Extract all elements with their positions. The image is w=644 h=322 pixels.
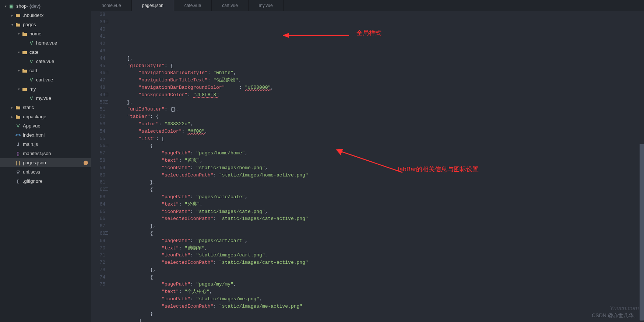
- tab-my-vue[interactable]: my.vue: [249, 0, 284, 11]
- fold-icon[interactable]: −: [105, 100, 108, 104]
- folder-icon: [15, 13, 21, 18]
- tree-item-home[interactable]: ▾home: [0, 29, 91, 38]
- tree-item-label: cart: [29, 68, 38, 73]
- line-number: 38: [91, 11, 105, 18]
- tab-cate-vue[interactable]: cate.vue: [174, 0, 212, 11]
- folder-icon: [15, 105, 21, 110]
- tree-item-manifest-json[interactable]: {}manifest.json: [0, 149, 91, 158]
- code-line[interactable]: "tabBar": {: [116, 113, 640, 120]
- code-line[interactable]: "color": "#38322c",: [116, 120, 640, 128]
- folder-icon: [21, 69, 28, 73]
- code-line[interactable]: "selectedIconPath": "static/images/cart-…: [116, 259, 640, 266]
- code-line[interactable]: "uniIdRouter": {},: [116, 106, 640, 113]
- code-line[interactable]: }: [116, 310, 640, 318]
- code-line[interactable]: "navigationBarTextStyle": "white",: [116, 69, 640, 77]
- main-area: home.vuepages.jsoncate.vuecart.vuemy.vue…: [91, 0, 644, 322]
- code-line[interactable]: "pagePath": "pages/my/my",: [116, 281, 640, 288]
- tree-item-my[interactable]: ▾my: [0, 84, 91, 94]
- tree-item--hbuilderx[interactable]: ▸.hbuilderx: [0, 11, 91, 20]
- code-line[interactable]: ]: [116, 317, 640, 322]
- line-number: 52: [91, 113, 105, 120]
- code-line[interactable]: "navigationBarTitleText": "优品购物",: [116, 77, 640, 84]
- code-line[interactable]: "iconPath": "static/images/cart.png",: [116, 252, 640, 259]
- fold-icon[interactable]: −: [105, 71, 108, 74]
- line-number: 57: [91, 150, 105, 157]
- code-line[interactable]: },: [116, 223, 640, 230]
- html-icon: <>: [15, 132, 21, 138]
- app-root: ▾▣shop - {dev}▸.hbuilderx▾pages▾homeVhom…: [0, 0, 644, 322]
- line-number: 50−: [91, 99, 105, 106]
- tree-item-cart[interactable]: ▾cart: [0, 66, 91, 75]
- line-number: 66: [91, 215, 105, 223]
- code-line[interactable]: },: [116, 99, 640, 106]
- code-line[interactable]: "selectedIconPath": "static/images/me-ac…: [116, 303, 640, 310]
- code-line[interactable]: },: [116, 266, 640, 274]
- annotation-label-1: 全局样式: [356, 29, 381, 37]
- tree-item-home-vue[interactable]: Vhome.vue: [0, 38, 91, 48]
- code-line[interactable]: "globalStyle": {: [116, 62, 640, 70]
- code-line[interactable]: "iconPath": "static/images/cate.png",: [116, 208, 640, 216]
- code-area[interactable]: 全局样式 tabBar的相关信息与图标设置 ], "globalStyle": …: [110, 11, 640, 322]
- tree-item-label: pages.json: [23, 160, 46, 165]
- tree-item-label: App.vue: [23, 123, 41, 129]
- line-number: 60: [91, 172, 105, 179]
- tree-item--gitignore[interactable]: ▯.gitignore: [0, 176, 91, 186]
- tab-pages-json[interactable]: pages.json: [132, 0, 174, 11]
- code-line[interactable]: },: [116, 179, 640, 186]
- tree-item-pages[interactable]: ▾pages: [0, 20, 91, 29]
- tree-item-cate[interactable]: ▾cate: [0, 48, 91, 57]
- line-number: 74: [91, 274, 105, 281]
- tree-item-label: my.vue: [36, 95, 51, 101]
- code-line[interactable]: ],: [116, 55, 640, 62]
- tree-item-unpackage[interactable]: ▸unpackage: [0, 112, 91, 121]
- file-explorer: ▾▣shop - {dev}▸.hbuilderx▾pages▾homeVhom…: [0, 0, 91, 322]
- fold-icon[interactable]: −: [105, 144, 108, 147]
- code-line[interactable]: "pagePath": "pages/cate/cate",: [116, 193, 640, 201]
- tree-item-index-html[interactable]: <>index.html: [0, 130, 91, 140]
- js-icon: J: [15, 141, 21, 147]
- line-number: 63: [91, 193, 105, 201]
- code-line[interactable]: "iconPath": "static/images/me.png",: [116, 295, 640, 303]
- project-root[interactable]: ▾▣shop - {dev}: [0, 1, 91, 11]
- code-line[interactable]: "pagePath": "pages/cart/cart",: [116, 237, 640, 245]
- code-line[interactable]: "text": "个人中心",: [116, 288, 640, 295]
- tree-item-cart-vue[interactable]: Vcart.vue: [0, 75, 91, 84]
- code-line[interactable]: {: [116, 186, 640, 193]
- tree-item-my-vue[interactable]: Vmy.vue: [0, 94, 91, 103]
- fold-icon[interactable]: −: [105, 231, 108, 235]
- tab-home-vue[interactable]: home.vue: [91, 0, 132, 11]
- tree-item-label: index.html: [23, 132, 45, 138]
- line-number: 70: [91, 245, 105, 252]
- code-line[interactable]: "navigationBarBackgroundColor" : "#C0000…: [116, 84, 640, 91]
- code-line[interactable]: "backgroundColor": "#F8F8F8": [116, 91, 640, 99]
- fold-icon[interactable]: −: [105, 20, 108, 23]
- tree-item-cate-vue[interactable]: Vcate.vue: [0, 57, 91, 66]
- code-line[interactable]: "selectedColor": "#f00",: [116, 128, 640, 135]
- code-line[interactable]: "text": "首页",: [116, 157, 640, 164]
- code-line[interactable]: {: [116, 230, 640, 237]
- code-line[interactable]: {: [116, 142, 640, 150]
- tree-item-uni-scss[interactable]: ଟuni.scss: [0, 167, 91, 176]
- vue-icon: V: [15, 123, 21, 129]
- fold-icon[interactable]: −: [105, 93, 108, 96]
- code-line[interactable]: "selectedIconPath": "static/images/home-…: [116, 172, 640, 179]
- code-line[interactable]: "pagePath": "pages/home/home",: [116, 150, 640, 157]
- code-line[interactable]: "text": "分类",: [116, 201, 640, 208]
- code-line[interactable]: "list": [: [116, 135, 640, 143]
- tree-item-main-js[interactable]: Jmain.js: [0, 140, 91, 149]
- tree-item-App-vue[interactable]: VApp.vue: [0, 121, 91, 130]
- code-line[interactable]: "selectedIconPath": "static/images/cate-…: [116, 215, 640, 223]
- tree-item-static[interactable]: ▸static: [0, 103, 91, 112]
- line-number: 48: [91, 84, 105, 91]
- tree-item-pages-json[interactable]: [ ]pages.json: [0, 158, 91, 167]
- fold-icon[interactable]: −: [105, 188, 108, 191]
- vertical-scrollbar[interactable]: [640, 11, 644, 322]
- code-line[interactable]: "iconPath": "static/images/home.png",: [116, 164, 640, 172]
- scrollbar-thumb[interactable]: [640, 144, 644, 321]
- folder-icon: [15, 115, 21, 119]
- git-icon: ▯: [15, 178, 21, 184]
- tab-cart-vue[interactable]: cart.vue: [212, 0, 249, 11]
- line-number: 72: [91, 259, 105, 266]
- code-line[interactable]: {: [116, 274, 640, 281]
- code-line[interactable]: "text": "购物车",: [116, 245, 640, 252]
